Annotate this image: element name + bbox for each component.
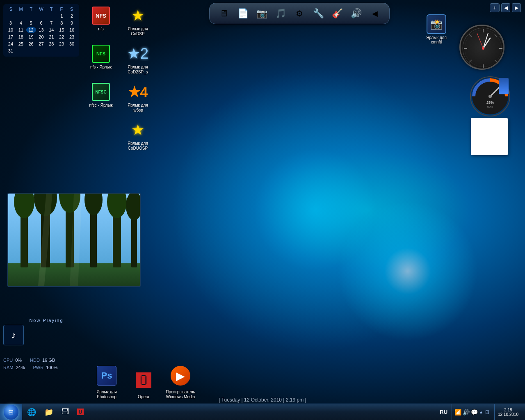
svg-line-8 — [469, 60, 472, 62]
forest-svg — [8, 194, 141, 287]
cal-day[interactable]: 24 — [6, 41, 16, 47]
cal-day[interactable]: 16 — [67, 27, 77, 33]
cpu-label: CPU — [3, 357, 13, 364]
cal-day[interactable]: 4 — [16, 20, 26, 26]
scroll-left-button[interactable]: ◀ — [501, 3, 510, 12]
cal-day[interactable]: 3 — [6, 20, 16, 26]
svg-line-35 — [74, 194, 78, 287]
calendar-header: S M T W T F S — [6, 7, 77, 11]
icon-label: Ярлык для Photoshop — [90, 390, 123, 399]
cal-day[interactable]: 5 — [26, 20, 36, 26]
cal-day[interactable]: 23 — [67, 34, 77, 40]
tray-message-icon[interactable]: 💬 — [471, 409, 478, 415]
cmnftl-icon[interactable]: 📸 Ярлык для cmnftl — [422, 14, 451, 44]
desktop-icon-iw3sp[interactable]: ★4 Ярлык для iw3sp — [123, 80, 153, 114]
tray-network-icon[interactable]: 📶 — [454, 409, 461, 415]
desktop-icon-nfs-shortcut[interactable]: NFS nfs - Ярлык — [86, 42, 116, 76]
star-gold2-icon: ★ — [131, 121, 144, 139]
cal-day[interactable]: 10 — [6, 27, 16, 33]
cal-day[interactable]: 8 — [57, 20, 66, 26]
cal-day[interactable]: 15 — [57, 27, 66, 33]
tray-volume-icon[interactable]: 🔊 — [463, 409, 470, 415]
cal-day[interactable]: 9 — [67, 20, 77, 26]
cal-day[interactable]: 27 — [37, 41, 46, 47]
taskbar-items: 🌐 📁 🎞 🅾 — [22, 404, 434, 420]
bottom-icons: Ps Ярлык для Photoshop 🅾 Opera ▶ Проигры… — [90, 364, 197, 399]
desktop-icon-cod2sp[interactable]: ★2 Ярлык для CoD2SP_s — [123, 42, 153, 76]
desktop-icon-codsp[interactable]: ★ Ярлык для CoDSP — [123, 4, 153, 38]
icon-label: Ярлык для CoD2SP_s — [125, 65, 151, 75]
desktop-icon-photoshop[interactable]: Ps Ярлык для Photoshop — [90, 364, 123, 399]
cal-day[interactable]: 26 — [26, 41, 36, 47]
cal-day[interactable]: 17 — [6, 34, 16, 40]
cal-day[interactable]: 14 — [46, 27, 56, 33]
dock-icon-music[interactable]: 🎵 — [273, 6, 288, 21]
taskbar-item-media[interactable]: 🎞 — [58, 406, 74, 419]
taskbar-item-ie[interactable]: 🌐 — [24, 406, 41, 419]
cal-day[interactable]: 19 — [26, 34, 36, 40]
icon-label: Ярлык для iw3sp — [125, 103, 151, 113]
now-playing-widget: Now Playing ♪ — [3, 318, 89, 345]
cal-day[interactable]: 20 — [37, 34, 46, 40]
svg-line-9 — [495, 60, 497, 62]
cod4-icon: ★4 — [128, 84, 148, 100]
desktop-icon-nfs[interactable]: NFS nfs — [86, 4, 116, 38]
dock-icon-settings[interactable]: ⚙ — [292, 6, 307, 21]
cal-day[interactable]: 18 — [16, 34, 26, 40]
desktop-icon-nfsc[interactable]: NFSC nfsc - Ярлык — [86, 80, 116, 114]
dock-icon-camera[interactable]: 📷 — [254, 6, 269, 21]
desktop-icon-coduosp[interactable]: ★ Ярлык для CoDUOSP — [123, 119, 153, 153]
dock-icon-tool[interactable]: 🔧 — [310, 6, 326, 21]
cal-day[interactable]: 25 — [16, 41, 26, 47]
top-dock: 🖥 📄 📷 🎵 ⚙ 🔧 🎸 🔊 ◀ — [156, 2, 443, 25]
start-button[interactable] — [0, 404, 22, 420]
icon-label: Ярлык для CoDSP — [125, 27, 151, 37]
taskbar-item-folders[interactable]: 📁 — [41, 406, 58, 419]
dock-icon-document[interactable]: 📄 — [235, 6, 251, 21]
tray-arrow-icon[interactable]: ▲ — [479, 410, 483, 414]
icon-label: Проигрыватель Windows Media — [164, 390, 197, 399]
cal-day[interactable]: 7 — [46, 20, 56, 26]
hdd-indicator — [499, 78, 509, 94]
svg-line-6 — [469, 34, 472, 37]
datetime-text: | Tuesday | 12 October, 2010 | 2.19 pm | — [219, 397, 306, 403]
pwr-value: 100% — [46, 364, 57, 372]
ps-icon: Ps — [97, 366, 116, 386]
taskbar-clock[interactable]: 2:19 12.10.2010 — [494, 404, 522, 420]
taskbar: 🌐 📁 🎞 🅾 RU 📶 🔊 💬 ▲ 🖥 2:19 — [0, 404, 525, 420]
clock-date: 12.10.2010 — [498, 412, 518, 417]
dock-icon-guitar[interactable]: 🎸 — [329, 6, 345, 21]
clock-markers — [461, 26, 506, 71]
cal-day[interactable]: 13 — [37, 27, 46, 33]
star-icon: ★ — [131, 7, 144, 24]
cal-day-today[interactable]: 12 — [26, 27, 36, 33]
dock-icon-speaker[interactable]: 🔊 — [348, 6, 364, 21]
opera-icon: 🅾 — [136, 372, 151, 390]
add-button[interactable]: + — [490, 3, 500, 12]
taskbar-right: RU 📶 🔊 💬 ▲ 🖥 2:19 12.10.2010 — [434, 404, 525, 420]
dock-icon-monitor[interactable]: 🖥 — [216, 6, 232, 21]
cal-day[interactable]: 28 — [46, 41, 56, 47]
pwr-label: PWR — [33, 364, 43, 372]
svg-text:00%: 00% — [487, 105, 493, 108]
cal-day[interactable]: 21 — [46, 34, 56, 40]
scroll-right-button[interactable]: ▶ — [512, 3, 521, 12]
cal-day[interactable]: 11 — [16, 27, 26, 33]
lang-indicator[interactable]: RU — [437, 409, 450, 415]
cal-day[interactable]: 29 — [57, 41, 66, 47]
taskbar-item-opera[interactable]: 🅾 — [74, 406, 89, 419]
svg-line-12 — [477, 33, 483, 48]
desktop: S M T W T F S 1 2 3 4 5 6 7 8 9 10 — [0, 0, 525, 420]
analog-clock — [459, 25, 504, 70]
cal-day[interactable]: 1 — [57, 13, 66, 19]
cal-day[interactable]: 31 — [6, 48, 16, 54]
dock-icon-arrow[interactable]: ◀ — [367, 6, 383, 21]
desktop-icon-wmp[interactable]: ▶ Проигрыватель Windows Media — [164, 364, 197, 399]
cal-day[interactable]: 2 — [67, 13, 77, 19]
cal-day[interactable]: 22 — [57, 34, 66, 40]
tray-monitor-icon[interactable]: 🖥 — [484, 409, 490, 415]
desktop-icon-opera[interactable]: 🅾 Opera — [127, 369, 160, 399]
cal-day[interactable]: 6 — [37, 20, 46, 26]
opera-tb-icon: 🅾 — [77, 409, 84, 416]
cal-day[interactable]: 30 — [67, 41, 77, 47]
